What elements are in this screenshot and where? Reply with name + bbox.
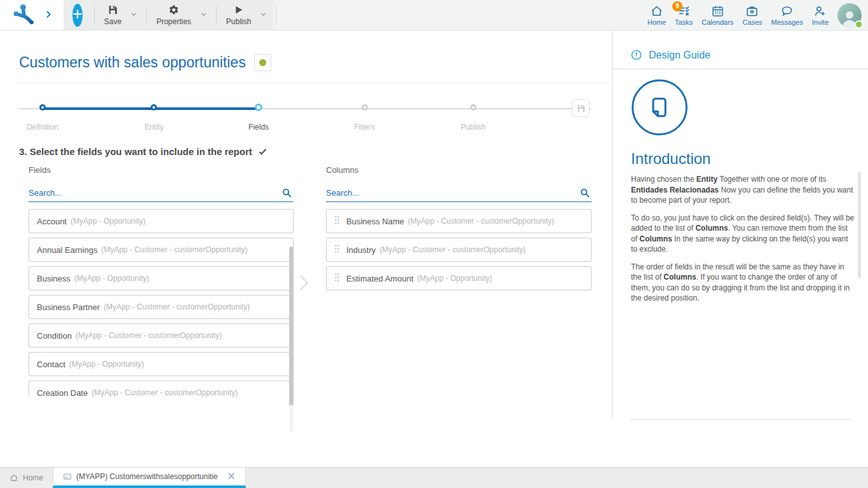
- field-item[interactable]: Account(MyApp - Opportunity): [29, 209, 294, 233]
- guide-paragraph: To do so, you just have to click on the …: [631, 213, 855, 255]
- column-item-name: Industry: [346, 245, 376, 255]
- field-item-context: (MyApp - Opportunity): [69, 360, 144, 369]
- expand-panel-button[interactable]: [44, 10, 53, 20]
- title-divider: [16, 83, 610, 83]
- toolbar-group-publish: Publish: [217, 0, 276, 30]
- columns-search-row: [326, 185, 592, 202]
- properties-label: Properties: [156, 17, 191, 26]
- home-icon: [650, 4, 663, 18]
- step-dot-entity[interactable]: [151, 104, 157, 111]
- field-item[interactable]: Business(MyApp - Opportunity): [29, 266, 294, 290]
- window-icon: [63, 472, 72, 481]
- publish-button[interactable]: Publish: [217, 4, 254, 26]
- page-title: Customers with sales opportunities: [19, 54, 246, 71]
- briefcase-icon: [745, 4, 759, 18]
- close-icon: [227, 471, 236, 480]
- tasks-badge: 9: [672, 1, 682, 11]
- tab-close-button[interactable]: [227, 471, 236, 482]
- guide-paragraph: The order of fields in the result will b…: [631, 262, 855, 304]
- info-icon: [630, 49, 642, 61]
- toolbar-group-save: Save: [95, 0, 146, 30]
- tab-label: (MYAPP) Customerswithsalesopportunitie: [76, 472, 218, 481]
- tab-label: Home: [23, 473, 43, 482]
- save-button[interactable]: Save: [95, 4, 124, 26]
- columns-search-input[interactable]: [326, 185, 573, 200]
- properties-button[interactable]: Properties: [147, 4, 194, 26]
- chevron-down-icon: [259, 10, 268, 18]
- field-item-context: (MyApp - Customer - customerOpportunity): [101, 245, 247, 254]
- cases-label: Cases: [742, 18, 762, 26]
- nav-item-tasks[interactable]: 9Tasks: [675, 4, 693, 26]
- chevron-down-icon: [200, 10, 208, 18]
- nav-item-messages[interactable]: Messages: [771, 4, 803, 26]
- column-item[interactable]: Industry(MyApp - Customer - customerOppo…: [326, 238, 592, 262]
- nav-item-calendars[interactable]: Calendars: [702, 4, 733, 26]
- save-label: Save: [104, 17, 121, 26]
- bottom-tab-bar: Home(MYAPP) Customerswithsalesopportunit…: [0, 467, 868, 488]
- field-item[interactable]: Business Partner(MyApp - Customer - cust…: [29, 295, 294, 319]
- column-item-name: Estimated Amount: [346, 274, 414, 283]
- step-dot-definition[interactable]: [39, 104, 46, 111]
- nav-item-home[interactable]: Home: [648, 4, 666, 26]
- calendars-label: Calendars: [702, 18, 733, 26]
- guide-divider: [613, 69, 868, 69]
- add-button[interactable]: +: [72, 4, 83, 27]
- nav-item-invite[interactable]: Invite: [812, 4, 829, 26]
- field-item-context: (MyApp - Opportunity): [74, 274, 149, 283]
- columns-panel: Columns Business Name(MyApp - Customer -…: [326, 165, 592, 397]
- step-label-filters: Filters: [354, 123, 375, 132]
- step-dot-publish[interactable]: [470, 104, 477, 111]
- home-small-icon: [10, 473, 18, 482]
- column-item-context: (MyApp - Customer - customerOpportunity): [408, 217, 554, 226]
- column-item[interactable]: Estimated Amount(MyApp - Opportunity): [326, 266, 592, 290]
- publish-menu-button[interactable]: [254, 10, 276, 20]
- stepper-save-button[interactable]: [572, 99, 590, 117]
- field-item-context: (MyApp - Customer - customerOpportunity): [104, 302, 250, 311]
- field-item[interactable]: Annual Earnings(MyApp - Customer - custo…: [29, 238, 294, 262]
- drag-handle-icon[interactable]: [334, 244, 340, 256]
- columns-panel-label: Columns: [326, 165, 592, 175]
- app-logo-icon: [11, 3, 36, 27]
- field-item-context: (MyApp - Opportunity): [71, 217, 146, 226]
- search-icon[interactable]: [281, 187, 292, 198]
- user-avatar[interactable]: [837, 3, 862, 27]
- step-label-entity: Entity: [144, 123, 163, 132]
- drag-handle-icon[interactable]: [334, 215, 340, 227]
- guide-heading: Introduction: [631, 150, 710, 168]
- publish-label: Publish: [226, 17, 251, 26]
- design-guide-header[interactable]: Design Guide: [630, 49, 710, 61]
- document-icon: [646, 93, 674, 121]
- properties-menu-button[interactable]: [194, 10, 216, 20]
- step-dot-fields[interactable]: [255, 104, 262, 111]
- presence-dot: [855, 20, 863, 29]
- fields-search-row: [29, 185, 294, 202]
- guide-scrollbar-thumb[interactable]: [858, 172, 861, 278]
- column-item[interactable]: Business Name(MyApp - Customer - custome…: [326, 209, 592, 233]
- report-status-button[interactable]: [254, 54, 271, 71]
- fields-search-input[interactable]: [29, 185, 275, 200]
- search-icon[interactable]: [580, 187, 590, 198]
- nav-item-cases[interactable]: Cases: [742, 4, 762, 26]
- column-item-context: (MyApp - Opportunity): [417, 274, 492, 283]
- fields-scrollbar-thumb[interactable]: [289, 247, 294, 405]
- section-heading: 3. Select the fields you want to include…: [19, 146, 268, 157]
- chevron-right-icon: [44, 10, 53, 18]
- toolbar-group-properties: Properties: [147, 0, 216, 30]
- column-item-name: Business Name: [346, 217, 404, 226]
- check-icon: [258, 147, 268, 156]
- wizard-stepper: DefinitionEntityFieldsFiltersPublish: [19, 98, 591, 137]
- tab-report[interactable]: (MYAPP) Customerswithsalesopportunitie: [53, 468, 246, 488]
- drag-handle-icon[interactable]: [334, 273, 340, 285]
- field-item[interactable]: Contact(MyApp - Opportunity): [29, 352, 294, 376]
- messages-label: Messages: [771, 18, 803, 26]
- save-menu-button[interactable]: [124, 10, 146, 20]
- field-item[interactable]: Creation Date(MyApp - Customer - custome…: [29, 381, 294, 397]
- tab-home[interactable]: Home: [0, 468, 53, 488]
- fields-panel-label: Fields: [29, 165, 294, 175]
- top-bar: + SavePropertiesPublish Home9TasksCalend…: [0, 0, 868, 30]
- field-item-name: Business: [37, 274, 71, 283]
- step-dot-filters[interactable]: [362, 104, 368, 111]
- field-item-name: Contact: [37, 360, 65, 369]
- fields-list: Account(MyApp - Opportunity)Annual Earni…: [29, 209, 294, 397]
- field-item[interactable]: Condition(MyApp - Customer - customerOpp…: [29, 323, 294, 348]
